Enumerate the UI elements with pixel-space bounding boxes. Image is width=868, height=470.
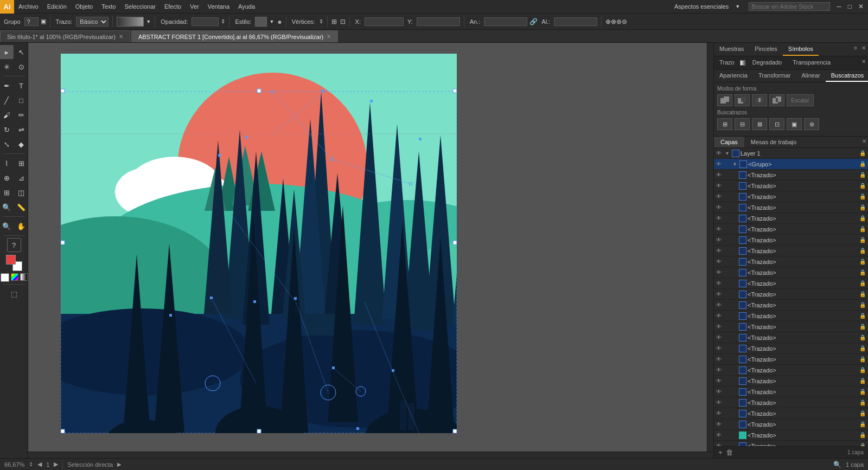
t15-vis[interactable]: 👁 [716, 324, 724, 330]
grupo-vis[interactable]: 👁 [716, 161, 724, 167]
t7-vis[interactable]: 👁 [716, 237, 724, 243]
nav-prev[interactable]: ◀ [37, 461, 42, 468]
bt-outline[interactable]: ▣ [787, 118, 802, 130]
panel-collapse-btn[interactable]: ✕ [859, 43, 868, 56]
zoom-arrows[interactable]: ⇕ [29, 461, 33, 467]
x-input[interactable]: 700 px [365, 17, 404, 26]
t14-lock[interactable]: 🔒 [859, 313, 866, 319]
bt-trim[interactable]: ⊟ [735, 118, 750, 130]
t1-lock[interactable]: 🔒 [859, 172, 866, 178]
menu-texto[interactable]: Texto [97, 0, 120, 13]
t18-vis[interactable]: 👁 [716, 356, 724, 362]
layer-row-t3[interactable]: 👁 <Trazado> 🔒 [714, 191, 868, 202]
window-close-btn[interactable]: ✕ [858, 3, 864, 10]
bt-divide[interactable]: ⊞ [717, 118, 732, 130]
t19-lock[interactable]: 🔒 [859, 367, 866, 373]
tool-rotate[interactable]: ↻ [0, 123, 14, 137]
t9-lock[interactable]: 🔒 [859, 259, 866, 265]
grupo-arrow[interactable]: ▼ [732, 162, 737, 167]
tool-lasso[interactable]: ⊙ [14, 60, 28, 74]
t11-lock[interactable]: 🔒 [859, 280, 866, 286]
t12-lock[interactable]: 🔒 [859, 291, 866, 297]
t13-vis[interactable]: 👁 [716, 302, 724, 308]
tool-line[interactable]: ╱ [0, 93, 14, 107]
t22-vis[interactable]: 👁 [716, 400, 724, 405]
tool-rect[interactable]: □ [14, 93, 28, 107]
layer-row-t18[interactable]: 👁 <Trazado> 🔒 [714, 354, 868, 365]
layer-row-t22[interactable]: 👁 <Trazado> 🔒 [714, 397, 868, 408]
tab-transparencia[interactable]: Transparencia [787, 56, 836, 69]
layer-row-t8[interactable]: 👁 <Trazado> 🔒 [714, 246, 868, 256]
tool-shape-builder[interactable]: ⊕ [0, 171, 14, 185]
t24-vis[interactable]: 👁 [716, 421, 724, 427]
workspace-dropdown-icon[interactable]: ▼ [735, 4, 740, 9]
menu-ventana[interactable]: Ventana [203, 0, 234, 13]
estilo-expand-icon[interactable]: ▼ [269, 19, 274, 24]
tab-mesas[interactable]: Mesas de trabajo [744, 137, 803, 147]
trazo-expand-icon[interactable]: ▼ [146, 19, 151, 24]
layer-row-t12[interactable]: 👁 <Trazado> 🔒 [714, 289, 868, 300]
layer-row-t17[interactable]: 👁 <Trazado> 🔒 [714, 343, 868, 354]
tab-buscatrazos[interactable]: Buscatrazos [826, 70, 868, 82]
foreground-swatch[interactable] [6, 255, 16, 265]
nav-next[interactable]: ▶ [54, 461, 58, 468]
tool-direct-select[interactable]: ↖ [14, 45, 28, 59]
shape-minus-front[interactable] [735, 94, 750, 106]
tool-magic-wand[interactable]: ✳ [0, 60, 14, 74]
t14-vis[interactable]: 👁 [716, 313, 724, 319]
menu-ayuda[interactable]: Ayuda [234, 0, 259, 13]
menu-archivo[interactable]: Archivo [14, 0, 43, 13]
bt-merge[interactable]: ⊠ [752, 118, 767, 130]
tab-pinceles[interactable]: Pinceles [749, 43, 783, 56]
search-stock-input[interactable] [749, 2, 830, 11]
y-input[interactable]: 699,995 px [417, 17, 460, 26]
t24-lock[interactable]: 🔒 [859, 421, 866, 427]
horizontal-scrollbar[interactable] [28, 452, 713, 458]
shape-expand[interactable]: Escalar [787, 94, 814, 106]
shape-unite[interactable] [717, 94, 732, 106]
layer-row-t1[interactable]: 👁 <Trazado> 🔒 [714, 170, 868, 181]
tool-free-transform[interactable]: ⊞ [14, 156, 28, 170]
tool-shaper[interactable]: ◆ [14, 137, 28, 151]
tool-pencil[interactable]: ✏ [14, 108, 28, 122]
tool-warp[interactable]: ⌇ [0, 156, 14, 170]
tool-scale[interactable]: ⤡ [0, 137, 14, 151]
t16-vis[interactable]: 👁 [716, 334, 724, 340]
vertices-arrows[interactable]: ⇕ [319, 18, 323, 24]
layer-row-t9[interactable]: 👁 <Trazado> 🔒 [714, 256, 868, 267]
t12-vis[interactable]: 👁 [716, 291, 724, 297]
t23-vis[interactable]: 👁 [716, 410, 724, 416]
tool-perspective[interactable]: ⊿ [14, 171, 28, 185]
t8-lock[interactable]: 🔒 [859, 248, 866, 254]
shape-exclude[interactable] [769, 94, 784, 106]
menu-efecto[interactable]: Efecto [160, 0, 186, 13]
search-icon[interactable]: 🔍 [833, 461, 841, 468]
layer-row-t26[interactable]: 👁 <Trazado> 🔒 [714, 441, 868, 446]
layers-options[interactable]: ✕ [860, 137, 868, 147]
menu-edicion[interactable]: Edición [43, 0, 71, 13]
link-icon[interactable]: 🔗 [529, 18, 538, 25]
gradient-swatch-icon[interactable] [20, 273, 28, 281]
tab-alinear[interactable]: Alinear [796, 70, 825, 82]
layer-row-t20[interactable]: 👁 <Trazado> 🔒 [714, 376, 868, 387]
layer-row-t14[interactable]: 👁 <Trazado> 🔒 [714, 311, 868, 321]
window-minimize-btn[interactable]: ─ [837, 3, 841, 10]
t4-vis[interactable]: 👁 [716, 204, 724, 210]
tool-zoom[interactable]: 🔍 [0, 219, 14, 233]
t21-lock[interactable]: 🔒 [859, 389, 866, 395]
opacidad-input[interactable]: 100% [192, 17, 219, 26]
t8-vis[interactable]: 👁 [716, 248, 724, 254]
t25-lock[interactable]: 🔒 [859, 432, 866, 438]
bt-minus-back[interactable]: ⊛ [804, 118, 819, 130]
t6-lock[interactable]: 🔒 [859, 226, 866, 232]
shape-intersect[interactable] [752, 94, 767, 106]
layer1-vis[interactable]: 👁 [716, 150, 724, 156]
tab-muestras[interactable]: Muestras [714, 43, 749, 56]
t1-vis[interactable]: 👁 [716, 172, 724, 178]
none-swatch[interactable] [1, 273, 9, 282]
tool-reflect[interactable]: ⇌ [14, 123, 28, 137]
layer1-lock[interactable]: 🔒 [859, 150, 866, 156]
layer-row-t5[interactable]: 👁 <Trazado> 🔒 [714, 213, 868, 224]
tab-transformar[interactable]: Transformar [753, 70, 796, 82]
t5-vis[interactable]: 👁 [716, 215, 724, 221]
